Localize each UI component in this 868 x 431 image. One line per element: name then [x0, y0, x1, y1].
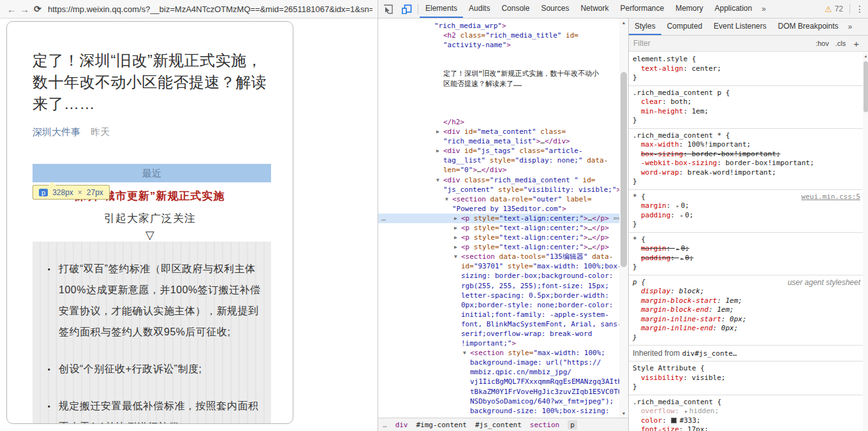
tab-sources[interactable]: Sources [535, 0, 575, 18]
dom-tree-node[interactable]: ▶<p style="text-align:center;">…</p> [378, 233, 619, 242]
expand-arrow-icon[interactable]: ▸ [680, 255, 684, 261]
css-selector[interactable]: element.style [633, 55, 688, 63]
css-property[interactable]: box-sizing: border-box!important; [633, 150, 860, 159]
more-tabs-icon[interactable]: » [758, 0, 770, 18]
expanded-arrow-icon[interactable]: ▼ [445, 194, 452, 204]
dom-tree-node[interactable]: <h2 class="rich_media_title" id= [378, 31, 619, 40]
scroll-up-icon[interactable]: ▲ [619, 20, 628, 25]
collapsed-arrow-icon[interactable]: ▶ [436, 146, 443, 156]
css-selector[interactable]: .rich_media_content p [633, 89, 721, 97]
tab-network[interactable]: Network [575, 0, 614, 18]
dom-tree-node[interactable]: vj1IicBgMQL7FXxxqmmRqgEsEMANzgq3AItHW [378, 377, 619, 386]
dom-tree-node[interactable]: !important;"> [378, 339, 619, 348]
dom-tree-node[interactable]: background-size: 100%;box-sizing: [378, 406, 619, 416]
dom-tree-node-selected[interactable]: …▶<p style="text-align:center;">…</p> ==… [378, 214, 619, 223]
color-swatch[interactable] [671, 418, 677, 423]
breadcrumb-item[interactable]: #img-content [416, 421, 467, 429]
tab-application[interactable]: Application [709, 0, 758, 18]
toggle-hover-button[interactable]: :hov [816, 40, 829, 47]
collapsed-arrow-icon[interactable]: ▶ [454, 214, 461, 223]
article-author-link[interactable]: 深圳大件事 [33, 126, 80, 137]
tab-console[interactable]: Console [496, 0, 535, 18]
dom-tree-node[interactable]: tBkaZM0Y1FrVoveHgJic3zuvZIqb1E5VC0T07 [378, 387, 619, 397]
scrollbar-thumb[interactable] [864, 61, 868, 112]
dom-tree-node[interactable]: tag__list" style="display: none;" data- [378, 156, 619, 165]
dom-tree-node[interactable] [378, 98, 619, 108]
refresh-icon[interactable]: ⟳ [31, 4, 44, 14]
css-property[interactable]: display: block; [633, 287, 860, 296]
breadcrumb-item[interactable]: p [568, 420, 577, 430]
dom-tree-node[interactable]: ▶<div id="meta_content" class= [378, 127, 619, 136]
dom-tree-node[interactable]: ▼<div class="rich_media_content " id= [378, 175, 619, 185]
css-property[interactable]: min-height: 1em; [633, 107, 860, 117]
stylesheet-link[interactable]: weui.min.css:5 [801, 193, 860, 201]
dom-tree-node[interactable]: </h2> [378, 117, 619, 127]
css-selector[interactable]: p [633, 278, 637, 286]
dom-tree-node[interactable]: background-image: url("https:// [378, 358, 619, 367]
breadcrumb-item[interactable]: … [383, 421, 387, 429]
css-property[interactable]: padding: ▸0; [633, 254, 860, 263]
collapsed-arrow-icon[interactable]: ▶ [454, 223, 461, 233]
expand-arrow-icon[interactable]: ▸ [684, 408, 688, 414]
expand-arrow-icon[interactable]: ▸ [680, 212, 684, 219]
dom-tree-node[interactable]: ▼<section data-role="outer" label= [378, 194, 619, 204]
expanded-arrow-icon[interactable]: ▼ [463, 348, 470, 358]
css-property[interactable]: clear: both; [633, 98, 860, 107]
expand-arrow-icon[interactable]: ▸ [676, 203, 679, 209]
dom-tree-node[interactable]: len="0">…</div> [378, 165, 619, 175]
tab-styles[interactable]: Styles [629, 18, 661, 35]
css-selector[interactable]: * [633, 235, 637, 244]
tab-dom-breakpoints[interactable]: DOM Breakpoints [772, 18, 844, 35]
tab-memory[interactable]: Memory [670, 0, 709, 18]
more-tabs-icon[interactable]: » [844, 18, 856, 35]
css-property[interactable]: margin-inline-end: 0px; [633, 324, 860, 333]
warnings-badge[interactable]: ⚠ 72 [820, 0, 848, 18]
tab-computed[interactable]: Computed [661, 18, 708, 35]
breadcrumb-item[interactable]: #js_content [475, 421, 522, 429]
expand-arrow-icon[interactable]: ▸ [676, 245, 679, 252]
scroll-down-icon[interactable]: ▼ [619, 411, 628, 416]
css-selector[interactable]: Style Attribute [633, 364, 696, 372]
dom-tree-node[interactable]: "rich_media_meta_list">…</div> [378, 136, 619, 146]
css-property[interactable]: word-wrap: break-word!important; [633, 168, 860, 178]
dom-tree-node[interactable]: ▼<section data-tools="135编辑器" data- [378, 252, 619, 261]
tab-elements[interactable]: Elements [420, 0, 463, 18]
dom-tree-node[interactable]: ▼<section style="max-width: 100%; [378, 348, 619, 358]
inspect-element-icon[interactable] [378, 0, 397, 18]
css-property[interactable]: visibility: visible; [633, 374, 860, 383]
gutter-ellipsis[interactable]: … [381, 214, 386, 223]
css-property[interactable]: margin: ▸0; [633, 201, 860, 211]
dom-tree-node[interactable]: "activity-name"> [378, 40, 619, 50]
dom-tree-node[interactable]: "rich_media_wrp"> [378, 21, 619, 31]
dom-tree-node[interactable]: ▶<p style="text-align:center;">…</p> [378, 223, 619, 233]
collapsed-arrow-icon[interactable]: ▶ [454, 242, 461, 252]
dom-tree-node[interactable] [378, 108, 619, 117]
dom-tree-node[interactable]: 区能否提速？解读来了…… [378, 79, 619, 89]
dom-tree-node[interactable]: sizing: border-box;background-color: [378, 271, 619, 281]
dom-tree-node[interactable]: id="93701" style="max-width: 100%;box- [378, 261, 619, 271]
dom-tree-node[interactable]: 0px;border-style: none;border-color: [378, 300, 619, 310]
css-property[interactable]: color: #333; [633, 416, 860, 426]
css-property[interactable]: margin-inline-start: 0px; [633, 315, 860, 325]
scrollbar-thumb[interactable] [621, 72, 627, 267]
dom-tree-node[interactable]: NSDbyoSoDamicog/640?wx_fmt=jpeg"); [378, 397, 619, 406]
tab-event-listeners[interactable]: Event Listeners [708, 18, 772, 35]
css-property[interactable]: margin-block-start: 1em; [633, 296, 860, 306]
dom-tree-node[interactable]: font, BlinkMacSystemFont, Arial, sans- [378, 319, 619, 329]
devtools-menu-icon[interactable]: ⋮ [851, 0, 868, 18]
css-property[interactable]: -webkit-box-sizing: border-box!important… [633, 159, 860, 168]
dom-tree-node[interactable]: serif;overflow-wrap: break-word [378, 329, 619, 339]
dom-tree-node[interactable]: letter-spacing: 0.5px;border-width: [378, 291, 619, 300]
dom-tree-node[interactable]: "js_content" style="visibility: visible;… [378, 185, 619, 194]
tab-audits[interactable]: Audits [463, 0, 496, 18]
tab-performance[interactable]: Performance [614, 0, 670, 18]
css-property[interactable]: text-align: center; [633, 64, 860, 74]
forward-icon[interactable]: → [18, 4, 31, 15]
css-property[interactable]: max-width: 100%!important; [633, 140, 860, 150]
breadcrumb-item[interactable]: section [530, 421, 559, 429]
new-style-rule-button[interactable]: + [853, 38, 859, 49]
css-property[interactable]: margin: ▸0; [633, 244, 860, 254]
css-property[interactable]: overflow: ▸hidden; [633, 407, 860, 416]
breadcrumb-item[interactable]: div [395, 421, 408, 429]
dom-tree-node[interactable]: ▶<div id="js_tags" class="article- [378, 146, 619, 156]
